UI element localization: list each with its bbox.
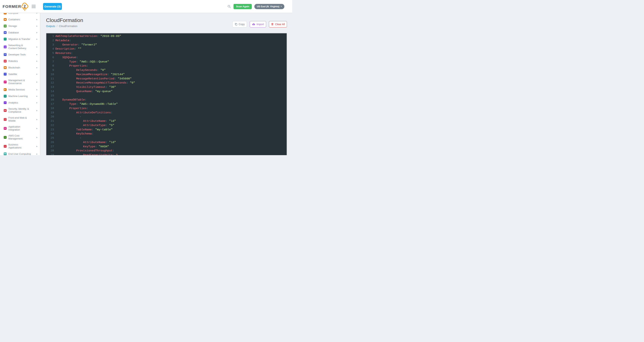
code-line: 2 Metadata:	[46, 39, 286, 43]
caret-down-icon: ▼	[280, 6, 282, 7]
line-number: 24	[46, 132, 54, 136]
code-line: 16 DynamoDBTable:	[46, 98, 286, 102]
code-line: 28 ProvisionedThroughput:	[46, 149, 286, 153]
sidebar-item-aws-cost-management[interactable]: $ AWS Cost Management ▸	[0, 133, 40, 142]
line-number: 29	[46, 153, 54, 155]
generate-button[interactable]: Generate (3)	[43, 3, 62, 10]
line-number: 9	[46, 68, 54, 72]
sidebar-item-satellite[interactable]: ♁ Satellite ▸	[0, 71, 40, 77]
chevron-right-icon: ▸	[36, 136, 38, 139]
sidebar-item-label: Database	[8, 31, 33, 34]
scan-again-button[interactable]: Scan Again	[234, 4, 252, 9]
code-line: 14 QueueName: "my-queue"	[46, 89, 286, 94]
region-selector[interactable]: US East (N. Virginia) ▼	[254, 4, 284, 9]
sidebar-item-label: Blockchain	[8, 66, 33, 69]
svg-text:2: 2	[24, 4, 26, 8]
line-content: MessageRetentionPeriod: "345600"	[55, 77, 132, 81]
sidebar-item-containers[interactable]: ▣ Containers ▸	[0, 16, 40, 23]
logo[interactable]: FORMER 2	[2, 2, 28, 12]
line-number: 12	[46, 81, 54, 85]
sidebar-item-analytics[interactable]: ↗ Analytics ▸	[0, 99, 40, 106]
code-line: 27 KeyType: "HASH"	[46, 145, 286, 149]
line-content: Description: ""	[55, 47, 82, 51]
sidebar-item-business-applications[interactable]: ⌂ Business Applications ▸	[0, 142, 40, 151]
category-icon: ⌨	[4, 153, 6, 155]
category-icon: ◈	[4, 109, 6, 112]
code-line: 18 Properties:	[46, 106, 286, 111]
line-content: -	[55, 115, 83, 119]
code-line: 26 AttributeName: "id"	[46, 140, 286, 145]
line-number: 6	[46, 55, 54, 60]
line-content: Properties:	[55, 64, 88, 68]
code-line: 13 VisibilityTimeout: "30"	[46, 85, 286, 89]
sidebar-item-blockchain[interactable]: ▦ Blockchain ▸	[0, 64, 40, 71]
chevron-right-icon: ▸	[36, 73, 38, 75]
menu-toggle-button[interactable]	[31, 4, 36, 9]
line-content: DynamoDBTable:	[55, 98, 86, 102]
category-icon: ⚙	[4, 13, 6, 14]
line-number: 7	[46, 60, 54, 64]
chevron-right-icon: ▸	[36, 101, 38, 104]
breadcrumb-link-outputs[interactable]: Outputs	[46, 25, 55, 28]
line-content: AttributeName: "id"	[55, 119, 116, 123]
line-content: VisibilityTimeout: "30"	[55, 85, 116, 89]
sidebar-item-label: Business Applications	[8, 143, 33, 149]
line-content: KeyType: "HASH"	[55, 145, 109, 149]
sidebar-list: ⚙ Compute ▸ ▣ Containers ▸ ▤ Storage ▸ ▥…	[0, 13, 40, 155]
sidebar-item-label: Front-end Web & Mobile	[8, 116, 33, 122]
sidebar-item-robotics[interactable]: ♟ Robotics ▸	[0, 58, 40, 64]
cloud-upload-icon	[252, 23, 255, 26]
copy-button[interactable]: Copy	[232, 21, 247, 28]
search-icon[interactable]	[228, 5, 231, 8]
category-icon: ♁	[4, 73, 6, 76]
line-content: SQSQueue:	[55, 55, 78, 60]
code-editor[interactable]: 1 AWSTemplateFormatVersion: "2010-09-09"…	[46, 33, 287, 155]
line-content: ReadCapacityUnits: 5	[55, 153, 118, 155]
sidebar-item-label: Migration & Transfer	[8, 38, 33, 41]
category-icon: ⊞	[4, 127, 6, 130]
line-content: AttributeName: "id"	[55, 140, 116, 145]
category-icon: ⌂	[4, 145, 6, 148]
code-line: 23 TableName: "my-table"	[46, 128, 286, 132]
line-content: ReceiveMessageWaitTimeSeconds: "0"	[55, 81, 135, 85]
sidebar-item-label: Storage	[8, 25, 33, 28]
code-line: 6 SQSQueue:	[46, 55, 286, 60]
former2-app: FORMER 2 Generate (3)	[0, 0, 292, 155]
sidebar-item-media-services[interactable]: ▶ Media Services ▸	[0, 86, 40, 93]
category-icon: ☁	[4, 46, 6, 48]
code-line: 4 Description: ""	[46, 47, 286, 51]
sidebar-item-migration-transfer[interactable]: ⇧ Migration & Transfer ▸	[0, 36, 40, 42]
line-number: 22	[46, 123, 54, 128]
sidebar-item-database[interactable]: ▥ Database ▸	[0, 29, 40, 36]
category-icon: ∗	[4, 95, 6, 98]
sidebar-item-security-identity-compliance[interactable]: ◈ Security, Identity, & Compliance ▸	[0, 106, 40, 115]
sidebar-item-label: Machine Learning	[8, 95, 33, 98]
sidebar-item-label: Security, Identity, & Compliance	[8, 107, 33, 113]
sidebar-item-networking-content-delivery[interactable]: ☁ Networking & Content Delivery ▸	[0, 42, 40, 51]
line-content: KeySchema:	[55, 132, 94, 136]
line-content: QueueName: "my-queue"	[55, 89, 112, 94]
sidebar-item-label: Analytics	[8, 101, 33, 104]
sidebar-item-label: Robotics	[8, 60, 33, 63]
category-icon: ▣	[4, 18, 6, 21]
chevron-right-icon: ▸	[36, 60, 38, 62]
code-line: 25 -	[46, 136, 286, 140]
import-button[interactable]: Import	[250, 21, 266, 28]
line-number: 16	[46, 98, 54, 102]
sidebar-item-application-integration[interactable]: ⊞ Application Integration ▸	[0, 124, 40, 133]
category-icon: ▦	[4, 66, 6, 69]
code-line: 29 ReadCapacityUnits: 5	[46, 153, 286, 155]
sidebar-item-machine-learning[interactable]: ∗ Machine Learning ▸	[0, 93, 40, 99]
sidebar-item-end-user-computing[interactable]: ⌨ End User Computing ▸	[0, 151, 40, 155]
sidebar-item-management-governance[interactable]: ⇄ Management & Governance ▸	[0, 77, 40, 86]
code-line: 3 Generator: "former2"	[46, 43, 286, 47]
sidebar-item-front-end-web-mobile[interactable]: ❏ Front-end Web & Mobile ▸	[0, 115, 40, 124]
code-line: 21 AttributeName: "id"	[46, 119, 286, 123]
clear-all-button[interactable]: Clear All	[269, 21, 287, 28]
sidebar-item-label: Application Integration	[8, 125, 33, 131]
line-content: Type: "AWS::DynamoDB::Table"	[55, 102, 118, 106]
chevron-right-icon: ▸	[36, 53, 38, 56]
sidebar-item-compute[interactable]: ⚙ Compute ▸	[0, 13, 40, 16]
sidebar-item-storage[interactable]: ▤ Storage ▸	[0, 23, 40, 29]
sidebar-item-developer-tools[interactable]: ⚒ Developer Tools ▸	[0, 51, 40, 58]
